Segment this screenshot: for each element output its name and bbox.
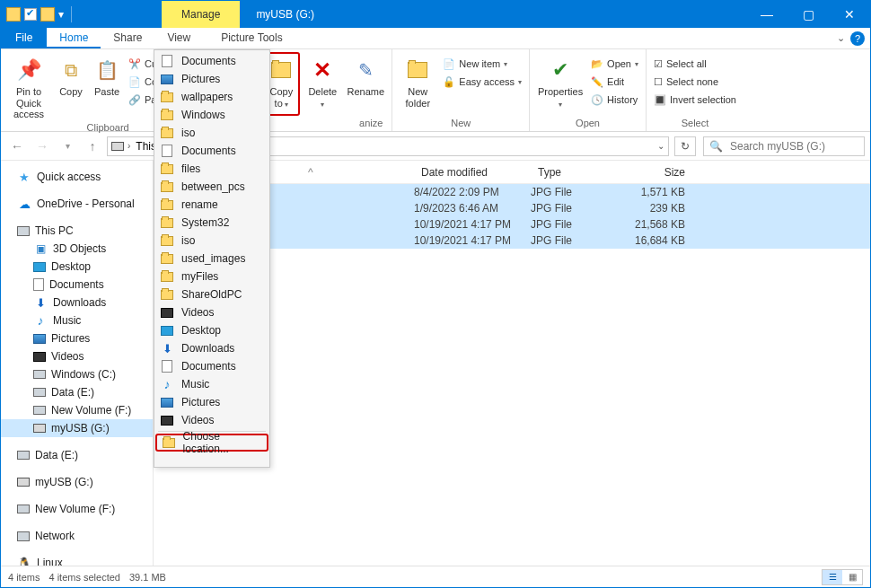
videos-icon xyxy=(33,352,46,362)
tree-newvol-f[interactable]: New Volume (F:) xyxy=(1,500,153,518)
tree-pictures[interactable]: Pictures xyxy=(1,329,153,347)
tree-this-pc[interactable]: This PC xyxy=(1,222,153,240)
dropdown-item[interactable]: System32 xyxy=(154,214,269,232)
dropdown-item[interactable]: Desktop xyxy=(154,321,269,339)
col-size[interactable]: Size xyxy=(611,166,692,179)
dropdown-item[interactable]: rename xyxy=(154,196,269,214)
navigation-tree[interactable]: ★Quick access ☁OneDrive - Personal This … xyxy=(1,161,154,566)
address-history-dropdown[interactable]: ⌄ xyxy=(657,141,664,151)
paste-button[interactable]: 📋 Paste xyxy=(91,52,123,120)
refresh-button[interactable]: ↻ xyxy=(674,136,696,156)
folder-icon xyxy=(160,395,174,409)
delete-icon: ✕ xyxy=(308,56,337,84)
help-button[interactable]: ? xyxy=(850,31,865,46)
back-button[interactable]: ← xyxy=(6,136,28,157)
tree-network[interactable]: Network xyxy=(1,527,153,545)
edit-icon: ✏️ xyxy=(591,76,603,88)
maximize-button[interactable]: ▢ xyxy=(787,1,829,28)
quick-access-toolbar[interactable]: ▾ xyxy=(1,1,81,28)
tree-3d-objects[interactable]: ▣3D Objects xyxy=(1,240,153,258)
tree-drive-f[interactable]: New Volume (F:) xyxy=(1,401,153,419)
ribbon-collapse-caret[interactable]: ⌄ xyxy=(837,32,845,44)
tree-drive-e[interactable]: Data (E:) xyxy=(1,383,153,401)
dropdown-item[interactable]: ⬇Downloads xyxy=(154,339,269,357)
group-label-select: Select xyxy=(652,116,738,131)
copy-button[interactable]: ⧉ Copy xyxy=(55,52,87,120)
tree-drive-c[interactable]: Windows (C:) xyxy=(1,365,153,383)
tree-linux[interactable]: 🐧Linux xyxy=(1,554,153,566)
open-button[interactable]: 📂Open ▾ xyxy=(589,56,640,72)
easy-access-button[interactable]: 🔓Easy access ▾ xyxy=(441,74,523,90)
status-bar: 4 items 4 items selected 39.1 MB ☰ ▦ xyxy=(1,566,870,587)
dropdown-item[interactable]: ShareOldPC xyxy=(154,285,269,303)
tab-view[interactable]: View xyxy=(154,28,203,48)
select-none-button[interactable]: ☐Select none xyxy=(652,74,738,90)
minimize-button[interactable]: ― xyxy=(746,1,787,28)
tab-share[interactable]: Share xyxy=(101,28,154,48)
folder-icon xyxy=(160,90,174,104)
tree-drive-g[interactable]: myUSB (G:) xyxy=(1,419,153,437)
invert-selection-button[interactable]: 🔳Invert selection xyxy=(652,92,738,108)
folder-icon xyxy=(160,72,174,86)
folder-icon: ⬇ xyxy=(160,341,174,355)
tree-videos[interactable]: Videos xyxy=(1,347,153,365)
search-input[interactable] xyxy=(728,139,867,154)
dropdown-item[interactable]: Pictures xyxy=(154,393,269,411)
choose-location-item[interactable]: Choose location... xyxy=(155,434,268,452)
up-button[interactable]: ↑ xyxy=(82,136,103,157)
tree-onedrive[interactable]: ☁OneDrive - Personal xyxy=(1,195,153,213)
qat-folder-icon[interactable] xyxy=(40,7,55,22)
dropdown-item[interactable]: Documents xyxy=(154,357,269,375)
dropdown-item[interactable]: ♪Music xyxy=(154,375,269,393)
qat-checkbox[interactable] xyxy=(24,8,37,21)
dropdown-item[interactable]: Videos xyxy=(154,303,269,321)
select-all-button[interactable]: ☑Select all xyxy=(652,56,738,72)
edit-button[interactable]: ✏️Edit xyxy=(589,74,640,90)
title-bar: ▾ Manage myUSB (G:) ― ▢ ✕ xyxy=(1,1,870,28)
tree-data-e[interactable]: Data (E:) xyxy=(1,446,153,464)
tab-home[interactable]: Home xyxy=(47,28,101,48)
tree-desktop[interactable]: Desktop xyxy=(1,258,153,276)
cut-icon: ✂️ xyxy=(128,58,141,70)
dropdown-item[interactable]: Documents xyxy=(154,142,269,160)
tab-file[interactable]: File xyxy=(1,28,47,48)
tree-downloads[interactable]: ⬇Downloads xyxy=(1,294,153,312)
open-icon: 📂 xyxy=(591,58,603,70)
dropdown-item[interactable]: iso xyxy=(154,124,269,142)
dropdown-item[interactable]: files xyxy=(154,160,269,178)
recent-locations-button[interactable]: ▾ xyxy=(57,136,78,157)
dropdown-item[interactable]: Windows xyxy=(154,106,269,124)
dropdown-item[interactable]: used_images xyxy=(154,250,269,268)
dropdown-item[interactable]: Documents xyxy=(154,52,269,70)
new-folder-button[interactable]: New folder xyxy=(398,52,437,116)
dropdown-item[interactable]: iso xyxy=(154,232,269,250)
properties-button[interactable]: ✔ Properties▾ xyxy=(535,52,585,116)
tree-myusb-g[interactable]: myUSB (G:) xyxy=(1,473,153,491)
tree-documents[interactable]: Documents xyxy=(1,276,153,294)
col-type[interactable]: Type xyxy=(531,166,611,179)
dropdown-item[interactable]: between_pcs xyxy=(154,178,269,196)
new-item-button[interactable]: 📄New item ▾ xyxy=(441,56,523,72)
dropdown-item[interactable]: wallpapers xyxy=(154,88,269,106)
tree-music[interactable]: ♪Music xyxy=(1,312,153,329)
pin-quick-access-button[interactable]: 📌 Pin to Quick access xyxy=(6,52,51,120)
dropdown-item[interactable]: Pictures xyxy=(154,70,269,88)
view-toggle[interactable]: ☰ ▦ xyxy=(822,569,863,585)
view-thumbnails-button[interactable]: ▦ xyxy=(842,570,862,584)
forward-button[interactable]: → xyxy=(31,136,53,157)
tree-quick-access[interactable]: ★Quick access xyxy=(1,168,153,186)
history-button[interactable]: 🕓History xyxy=(589,92,640,108)
folder-icon xyxy=(160,323,174,338)
delete-button[interactable]: ✕ Delete▾ xyxy=(304,52,341,116)
dropdown-item[interactable]: Videos xyxy=(154,411,269,429)
search-box[interactable]: 🔍 xyxy=(703,136,865,156)
folder-icon xyxy=(160,251,174,266)
contextual-tab-manage[interactable]: Manage xyxy=(162,1,240,28)
col-date[interactable]: Date modified xyxy=(414,166,531,179)
view-details-button[interactable]: ☰ xyxy=(823,570,842,584)
dropdown-item[interactable]: myFiles xyxy=(154,268,269,285)
copy-to-dropdown[interactable]: DocumentsPictureswallpapersWindowsisoDoc… xyxy=(154,49,270,468)
rename-button[interactable]: ✎ Rename xyxy=(345,52,386,116)
close-button[interactable]: ✕ xyxy=(829,1,870,28)
tab-picture-tools[interactable]: Picture Tools xyxy=(208,28,295,48)
